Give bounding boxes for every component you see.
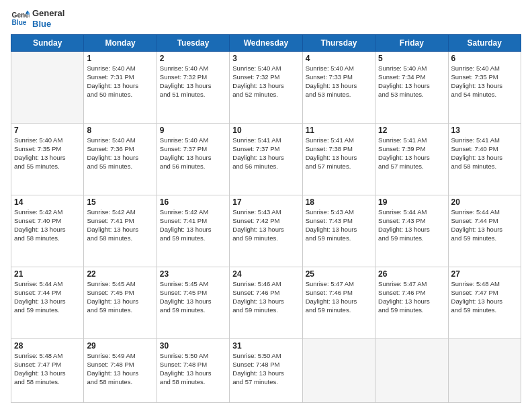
calendar-cell: 26Sunrise: 5:47 AM Sunset: 7:46 PM Dayli… [375, 267, 448, 339]
calendar-cell: 29Sunrise: 5:49 AM Sunset: 7:48 PM Dayli… [84, 339, 157, 403]
day-detail: Sunrise: 5:41 AM Sunset: 7:37 PM Dayligh… [232, 136, 299, 171]
calendar-cell: 19Sunrise: 5:44 AM Sunset: 7:43 PM Dayli… [375, 195, 448, 267]
day-number: 13 [451, 126, 518, 135]
day-number: 30 [160, 341, 226, 351]
calendar-cell: 10Sunrise: 5:41 AM Sunset: 7:37 PM Dayli… [230, 124, 302, 195]
day-number: 6 [451, 54, 518, 63]
calendar-cell: 4Sunrise: 5:40 AM Sunset: 7:33 PM Daylig… [302, 52, 375, 124]
calendar-cell: 17Sunrise: 5:43 AM Sunset: 7:42 PM Dayli… [230, 195, 302, 267]
calendar-cell: 18Sunrise: 5:43 AM Sunset: 7:43 PM Dayli… [302, 195, 375, 267]
logo-icon: General Blue [11, 9, 30, 28]
calendar-cell: 30Sunrise: 5:50 AM Sunset: 7:48 PM Dayli… [157, 339, 229, 403]
day-number: 23 [160, 269, 226, 279]
calendar-cell: 16Sunrise: 5:42 AM Sunset: 7:41 PM Dayli… [157, 195, 229, 267]
day-detail: Sunrise: 5:50 AM Sunset: 7:48 PM Dayligh… [160, 352, 226, 386]
day-number: 26 [378, 269, 445, 279]
day-number: 11 [306, 126, 372, 135]
day-number: 17 [232, 197, 299, 207]
calendar-cell: 13Sunrise: 5:41 AM Sunset: 7:40 PM Dayli… [448, 124, 521, 195]
calendar-cell: 28Sunrise: 5:48 AM Sunset: 7:47 PM Dayli… [11, 339, 84, 403]
day-number: 5 [378, 54, 445, 63]
day-number: 28 [14, 341, 81, 351]
calendar-cell: 15Sunrise: 5:42 AM Sunset: 7:41 PM Dayli… [84, 195, 157, 267]
day-number: 12 [378, 126, 445, 135]
calendar-cell: 25Sunrise: 5:47 AM Sunset: 7:46 PM Dayli… [302, 267, 375, 339]
weekday-header: Monday [84, 35, 157, 52]
calendar-cell: 9Sunrise: 5:40 AM Sunset: 7:37 PM Daylig… [157, 124, 229, 195]
day-number: 18 [306, 197, 372, 207]
day-detail: Sunrise: 5:43 AM Sunset: 7:42 PM Dayligh… [232, 208, 299, 242]
day-number: 24 [232, 269, 299, 279]
day-detail: Sunrise: 5:40 AM Sunset: 7:34 PM Dayligh… [378, 64, 445, 99]
day-detail: Sunrise: 5:42 AM Sunset: 7:40 PM Dayligh… [14, 208, 81, 242]
day-number: 27 [451, 269, 518, 279]
calendar-cell: 5Sunrise: 5:40 AM Sunset: 7:34 PM Daylig… [375, 52, 448, 124]
day-number: 25 [306, 269, 372, 279]
day-detail: Sunrise: 5:44 AM Sunset: 7:44 PM Dayligh… [451, 208, 518, 242]
page-header: General Blue General Blue [11, 8, 521, 29]
day-detail: Sunrise: 5:42 AM Sunset: 7:41 PM Dayligh… [160, 208, 226, 242]
day-number: 21 [14, 269, 81, 279]
calendar-cell: 14Sunrise: 5:42 AM Sunset: 7:40 PM Dayli… [11, 195, 84, 267]
weekday-header: Thursday [302, 35, 375, 52]
day-detail: Sunrise: 5:40 AM Sunset: 7:37 PM Dayligh… [160, 136, 226, 171]
day-detail: Sunrise: 5:40 AM Sunset: 7:36 PM Dayligh… [87, 136, 153, 171]
day-detail: Sunrise: 5:40 AM Sunset: 7:32 PM Dayligh… [160, 64, 226, 99]
calendar-cell [11, 52, 84, 124]
calendar-table: SundayMondayTuesdayWednesdayThursdayFrid… [11, 34, 521, 403]
calendar-cell: 27Sunrise: 5:48 AM Sunset: 7:47 PM Dayli… [448, 267, 521, 339]
calendar-cell: 31Sunrise: 5:50 AM Sunset: 7:48 PM Dayli… [230, 339, 302, 403]
day-number: 1 [87, 54, 153, 63]
day-detail: Sunrise: 5:40 AM Sunset: 7:33 PM Dayligh… [306, 64, 372, 99]
calendar-cell: 8Sunrise: 5:40 AM Sunset: 7:36 PM Daylig… [84, 124, 157, 195]
logo: General Blue General Blue [11, 8, 64, 29]
logo-general: General [32, 8, 64, 19]
day-detail: Sunrise: 5:40 AM Sunset: 7:35 PM Dayligh… [14, 136, 81, 171]
day-detail: Sunrise: 5:40 AM Sunset: 7:32 PM Dayligh… [232, 64, 299, 99]
weekday-header: Tuesday [157, 35, 229, 52]
day-detail: Sunrise: 5:48 AM Sunset: 7:47 PM Dayligh… [14, 352, 81, 386]
day-number: 20 [451, 197, 518, 207]
day-detail: Sunrise: 5:40 AM Sunset: 7:35 PM Dayligh… [451, 64, 518, 99]
calendar-cell [448, 339, 521, 403]
calendar-cell: 6Sunrise: 5:40 AM Sunset: 7:35 PM Daylig… [448, 52, 521, 124]
day-detail: Sunrise: 5:46 AM Sunset: 7:46 PM Dayligh… [232, 280, 299, 314]
weekday-header: Friday [375, 35, 448, 52]
day-number: 22 [87, 269, 153, 279]
day-number: 10 [232, 126, 299, 135]
day-detail: Sunrise: 5:41 AM Sunset: 7:40 PM Dayligh… [451, 136, 518, 171]
calendar-cell: 22Sunrise: 5:45 AM Sunset: 7:45 PM Dayli… [84, 267, 157, 339]
day-number: 29 [87, 341, 153, 351]
weekday-header: Wednesday [230, 35, 302, 52]
day-detail: Sunrise: 5:49 AM Sunset: 7:48 PM Dayligh… [87, 352, 153, 386]
day-number: 9 [160, 126, 226, 135]
day-detail: Sunrise: 5:41 AM Sunset: 7:39 PM Dayligh… [378, 136, 445, 171]
day-number: 4 [306, 54, 372, 63]
day-number: 16 [160, 197, 226, 207]
day-detail: Sunrise: 5:47 AM Sunset: 7:46 PM Dayligh… [378, 280, 445, 314]
day-detail: Sunrise: 5:50 AM Sunset: 7:48 PM Dayligh… [232, 352, 299, 386]
weekday-header: Saturday [448, 35, 521, 52]
calendar-cell: 2Sunrise: 5:40 AM Sunset: 7:32 PM Daylig… [157, 52, 229, 124]
day-detail: Sunrise: 5:44 AM Sunset: 7:43 PM Dayligh… [378, 208, 445, 242]
calendar-cell: 24Sunrise: 5:46 AM Sunset: 7:46 PM Dayli… [230, 267, 302, 339]
calendar-cell: 12Sunrise: 5:41 AM Sunset: 7:39 PM Dayli… [375, 124, 448, 195]
calendar-cell: 23Sunrise: 5:45 AM Sunset: 7:45 PM Dayli… [157, 267, 229, 339]
calendar-cell: 1Sunrise: 5:40 AM Sunset: 7:31 PM Daylig… [84, 52, 157, 124]
day-number: 2 [160, 54, 226, 63]
svg-text:Blue: Blue [12, 19, 27, 26]
calendar-cell: 21Sunrise: 5:44 AM Sunset: 7:44 PM Dayli… [11, 267, 84, 339]
day-detail: Sunrise: 5:45 AM Sunset: 7:45 PM Dayligh… [87, 280, 153, 314]
calendar-cell: 3Sunrise: 5:40 AM Sunset: 7:32 PM Daylig… [230, 52, 302, 124]
day-detail: Sunrise: 5:41 AM Sunset: 7:38 PM Dayligh… [306, 136, 372, 171]
day-number: 8 [87, 126, 153, 135]
day-number: 15 [87, 197, 153, 207]
calendar-cell [375, 339, 448, 403]
day-number: 3 [232, 54, 299, 63]
day-detail: Sunrise: 5:43 AM Sunset: 7:43 PM Dayligh… [306, 208, 372, 242]
logo-blue: Blue [32, 19, 64, 30]
calendar-cell [302, 339, 375, 403]
day-number: 19 [378, 197, 445, 207]
day-number: 31 [232, 341, 299, 351]
day-detail: Sunrise: 5:48 AM Sunset: 7:47 PM Dayligh… [451, 280, 518, 314]
